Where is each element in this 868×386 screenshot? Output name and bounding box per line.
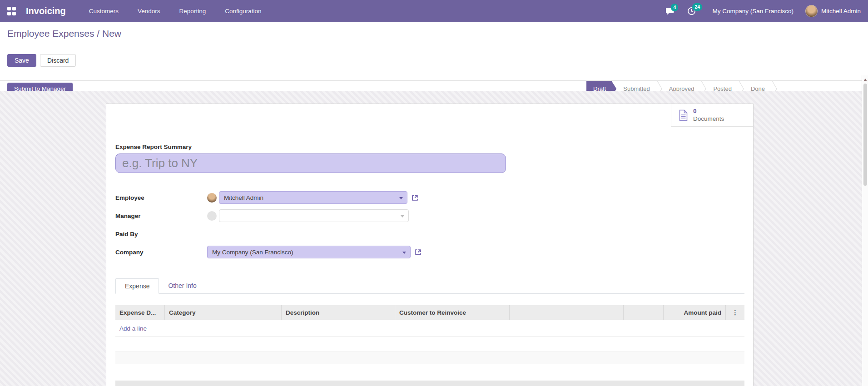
tab-expense[interactable]: Expense xyxy=(115,278,159,294)
column-description[interactable]: Description xyxy=(282,305,395,320)
manager-avatar-placeholder xyxy=(207,211,217,221)
notebook-tabs: Expense Other Info xyxy=(115,278,744,294)
manager-label: Manager xyxy=(115,213,207,219)
control-panel-buttons: Save Discard xyxy=(7,54,868,67)
table-header-row: Expense D... Category Description Custom… xyxy=(115,305,744,320)
chevron-down-icon xyxy=(401,215,404,218)
company-field-row: Company My Company (San Francisco) xyxy=(115,246,744,258)
messages-count-badge: 4 xyxy=(671,4,678,11)
messages-button[interactable]: 4 xyxy=(666,7,675,15)
totals-section-bar xyxy=(115,381,744,386)
apps-grid-icon[interactable] xyxy=(7,7,16,15)
summary-field-label: Expense Report Summary xyxy=(115,144,744,150)
form-area: Expense Report Summary Employee Mitchell… xyxy=(106,104,753,386)
manager-select[interactable] xyxy=(219,209,409,222)
menu-customers[interactable]: Customers xyxy=(79,0,128,22)
discard-button[interactable]: Discard xyxy=(40,54,76,67)
form-sheet: 0 Documents Expense Report Summary Emplo… xyxy=(106,104,754,386)
menu-configuration[interactable]: Configuration xyxy=(215,0,271,22)
column-empty-2 xyxy=(624,305,664,320)
activities-count-badge: 24 xyxy=(692,3,702,11)
scroll-up-arrow-icon[interactable] xyxy=(863,79,867,81)
user-avatar[interactable] xyxy=(805,5,818,17)
scrollbar-thumb[interactable] xyxy=(863,84,867,186)
control-panel: Employee Expenses / New Save Discard xyxy=(0,28,868,81)
summary-input[interactable] xyxy=(115,153,506,173)
column-customer-to-reinvoice[interactable]: Customer to Reinvoice xyxy=(395,305,510,320)
user-menu[interactable]: Mitchell Admin xyxy=(821,8,861,15)
external-link-icon xyxy=(414,248,422,256)
column-options-icon[interactable] xyxy=(726,305,744,320)
company-switcher[interactable]: My Company (San Francisco) xyxy=(712,8,794,15)
employee-external-link-button[interactable] xyxy=(411,194,419,202)
chevron-down-icon xyxy=(402,252,406,254)
breadcrumb-current: New xyxy=(102,28,121,39)
breadcrumb-parent[interactable]: Employee Expenses xyxy=(7,28,94,39)
menu-reporting[interactable]: Reporting xyxy=(170,0,216,22)
paid-by-label: Paid By xyxy=(115,231,207,238)
add-line-row: Add a line xyxy=(115,320,744,337)
top-navbar: Invoicing Customers Vendors Reporting Co… xyxy=(0,0,868,22)
add-a-line-link[interactable]: Add a line xyxy=(119,325,147,332)
employee-avatar xyxy=(207,193,217,203)
empty-table-row xyxy=(115,337,744,351)
employee-value: Mitchell Admin xyxy=(224,194,263,201)
breadcrumb-separator: / xyxy=(97,28,99,39)
column-expense-date[interactable]: Expense D... xyxy=(115,305,165,320)
save-button[interactable]: Save xyxy=(7,54,36,67)
company-value: My Company (San Francisco) xyxy=(212,249,293,256)
expense-lines-table: Expense D... Category Description Custom… xyxy=(115,305,744,364)
company-select[interactable]: My Company (San Francisco) xyxy=(207,246,411,258)
activities-button[interactable]: 24 xyxy=(687,7,696,15)
app-name[interactable]: Invoicing xyxy=(26,6,66,16)
main-menu: Customers Vendors Reporting Configuratio… xyxy=(79,0,271,22)
column-amount-paid[interactable]: Amount paid xyxy=(664,305,726,320)
column-empty-1 xyxy=(510,305,624,320)
content-area: 0 Documents Expense Report Summary Emplo… xyxy=(0,91,868,386)
employee-label: Employee xyxy=(115,194,207,201)
chevron-down-icon xyxy=(399,197,403,199)
column-category[interactable]: Category xyxy=(165,305,282,320)
external-link-icon xyxy=(411,194,419,202)
vertical-scrollbar[interactable] xyxy=(862,75,868,386)
paid-by-field-row: Paid By xyxy=(115,228,744,240)
field-group: Employee Mitchell Admin xyxy=(115,191,744,258)
menu-vendors[interactable]: Vendors xyxy=(128,0,170,22)
employee-field-row: Employee Mitchell Admin xyxy=(115,191,744,204)
empty-table-row-striped xyxy=(115,351,744,364)
manager-field-row: Manager xyxy=(115,209,744,222)
employee-select[interactable]: Mitchell Admin xyxy=(219,191,407,204)
company-label: Company xyxy=(115,249,207,256)
navbar-right: 4 24 My Company (San Francisco) Mitchell… xyxy=(660,5,861,17)
invoicing-app-window: Invoicing Customers Vendors Reporting Co… xyxy=(0,0,868,386)
breadcrumb: Employee Expenses / New xyxy=(7,28,868,41)
company-external-link-button[interactable] xyxy=(414,248,422,256)
tab-other-info[interactable]: Other Info xyxy=(159,278,205,293)
